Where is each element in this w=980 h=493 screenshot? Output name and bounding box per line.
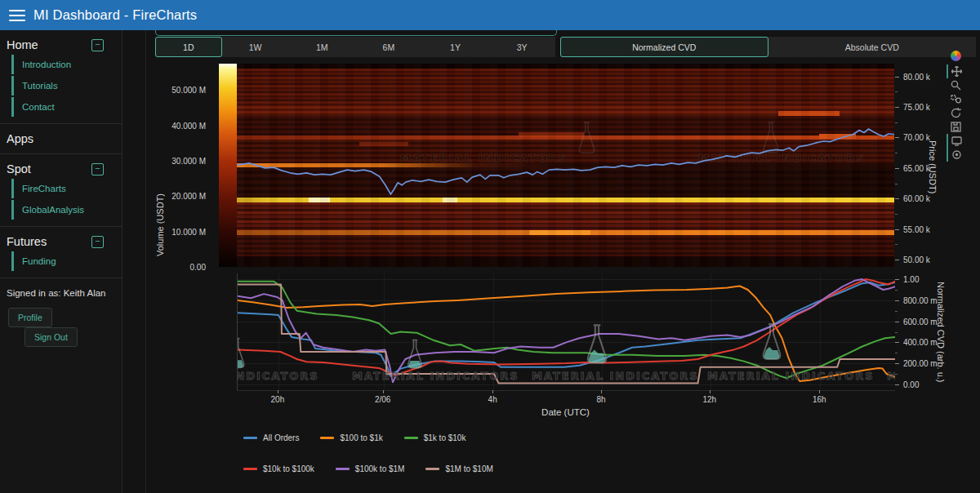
legend-item[interactable]: $100k to $1M [336,464,405,473]
legend-item[interactable]: $1k to $10k [404,433,466,442]
colorbar-tick: 0.00 [190,263,206,272]
price-axis-title: Price (USDT) [928,102,938,233]
collapse-icon[interactable]: − [91,39,104,51]
signin-area: Signed in as: Keith Alan Profile Sign Ou… [0,278,122,357]
sidebar: Home − Introduction Tutorials Contact Ap… [0,30,122,493]
colorbar-tick: 30.000 M [172,157,206,166]
collapse-icon[interactable]: − [91,163,104,175]
sidebar-section-apps: Apps [0,123,122,153]
legend-swatch [320,437,334,439]
legend-label: $100 to $1k [340,433,382,442]
profile-button[interactable]: Profile [8,308,52,327]
price-tick: 70.00 k [903,133,930,142]
sidebar-item-globalanalysis[interactable]: GlobalAnalysis [11,200,115,220]
signed-in-text: Signed in as: Keith Alan [7,288,115,298]
sidebar-section-spot: Spot − FireCharts GlobalAnalysis [0,153,122,226]
tab-strip-edge [155,30,557,36]
cvd-tick: 200.00 m [903,359,938,368]
sidebar-section-home: Home − Introduction Tutorials Contact [0,30,122,123]
colorbar-tick: 10.000 M [172,227,206,236]
chart-legend: All Orders$100 to $1k$1k to $10k [243,433,487,442]
price-line-chart [237,64,894,267]
sidebar-section-futures: Futures − Funding [0,226,122,278]
x-tick: 12h [702,395,716,404]
legend-label: $10k to $100k [263,464,314,473]
box-select-icon[interactable] [947,92,964,106]
cvd-mode-group: Normalized CVD Absolute CVD [560,37,976,57]
save-icon[interactable] [947,120,964,134]
price-tick: 50.00 k [903,255,930,264]
cvd-tick: 800.00 m [903,295,938,304]
legend-swatch [243,437,257,439]
autoscale-icon[interactable] [947,106,964,120]
legend-swatch [243,468,257,470]
app-header: MI Dashboard - FireCharts [0,0,980,30]
menu-icon[interactable] [9,10,25,21]
x-axis: 20h2/064h8h12h16h [237,390,894,408]
price-tick: 65.00 k [903,163,930,172]
cvd-tick: 1.00 [903,275,919,284]
cvd-tick: 600.00 m [903,317,938,326]
legend-label: $1k to $10k [424,433,466,442]
app-title: MI Dashboard - FireCharts [33,7,197,23]
spikelines-icon[interactable] [947,148,964,162]
section-title-home: Home [7,38,38,51]
colorbar-tick: 20.000 M [172,192,206,201]
x-tick: 20h [271,395,285,404]
range-button-3y[interactable]: 3Y [488,37,555,57]
legend-item[interactable]: $10k to $100k [243,464,314,473]
cvd-tick: 400.00 m [903,338,938,347]
range-button-1y[interactable]: 1Y [422,37,489,57]
x-tick: 2/06 [375,395,390,404]
sidebar-item-contact[interactable]: Contact [11,97,115,117]
chart-modebar [945,51,966,162]
legend-swatch [404,437,418,439]
cvd-axis: 1.00800.00 m600.00 m400.00 m200.00 m0.00 [895,273,960,390]
legend-item[interactable]: $1M to $10M [425,464,492,473]
plotly-logo-icon[interactable] [951,51,961,61]
price-tick: 55.00 k [903,224,930,233]
sidebar-item-funding[interactable]: Funding [11,251,115,271]
legend-item[interactable]: All Orders [243,433,299,442]
snapshot-icon[interactable] [947,134,964,148]
range-button-1d[interactable]: 1D [155,37,222,57]
x-tick: 4h [488,395,497,404]
zoom-icon[interactable] [947,78,964,92]
pan-icon[interactable] [947,64,964,78]
price-tick: 80.00 k [903,72,930,81]
legend-label: $1M to $10M [445,464,492,473]
range-button-1m[interactable]: 1M [288,37,355,57]
normalized-cvd-button[interactable]: Normalized CVD [560,37,768,57]
legend-swatch [425,468,439,470]
x-axis-title: Date (UTC) [237,407,894,417]
cvd-axis-title: Normalized CVD (arb. u.) [936,273,946,390]
x-tick: 16h [813,395,826,404]
section-title-apps: Apps [7,132,33,145]
colorbar-tick: 50.000 M [172,86,206,95]
price-tick: 60.00 k [903,194,930,203]
legend-item[interactable]: $100 to $1k [320,433,382,442]
chart-legend: $10k to $100k$100k to $1M$1M to $10M [243,464,514,473]
section-title-futures: Futures [7,235,47,248]
collapse-icon[interactable]: − [91,236,104,248]
sidebar-item-tutorials[interactable]: Tutorials [11,76,115,95]
volume-colorbar [219,64,237,267]
legend-label: All Orders [263,433,299,442]
colorbar-tick-labels: 50.000 M40.000 M30.000 M20.000 M10.000 M… [137,64,214,267]
sign-out-button[interactable]: Sign Out [24,327,78,347]
range-button-1w[interactable]: 1W [222,37,289,57]
sidebar-item-firecharts[interactable]: FireCharts [11,179,115,198]
colorbar-tick: 40.000 M [172,121,206,130]
sidebar-item-introduction[interactable]: Introduction [11,55,115,74]
cvd-tick: 0.00 [903,380,919,389]
legend-swatch [336,468,350,470]
x-tick: 8h [596,395,605,404]
time-range-group: 1D 1W 1M 6M 1Y 3Y [155,37,555,57]
price-tick: 75.00 k [903,103,930,112]
cvd-line-chart[interactable]: MATERIAL INDICATORS MATERIAL INDICATORS … [237,273,895,391]
range-button-6m[interactable]: 6M [355,37,422,57]
legend-label: $100k to $1M [355,464,405,473]
section-title-spot: Spot [7,162,31,175]
